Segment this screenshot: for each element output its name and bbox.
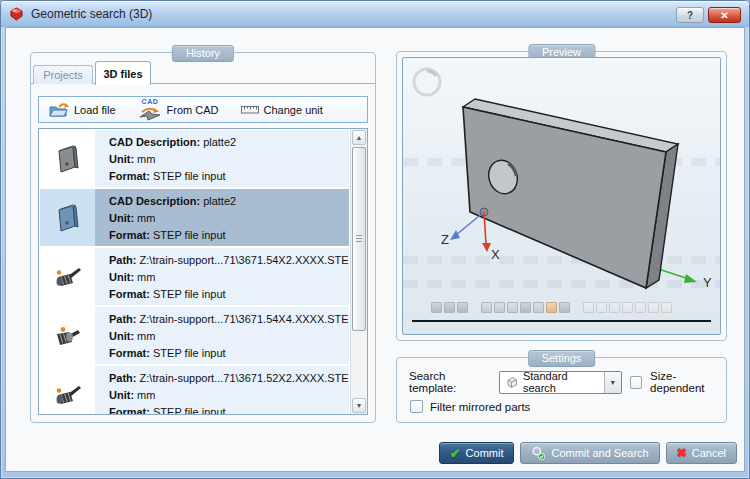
commit-button[interactable]: ✔ Commit	[439, 442, 515, 464]
from-cad-label: From CAD	[167, 104, 219, 116]
view-top-icon[interactable]	[635, 302, 646, 313]
search-template-label: Search template:	[409, 370, 491, 394]
scrollbar-down-icon[interactable]: ▼	[352, 398, 366, 413]
tab-3d-files[interactable]: 3D files	[95, 61, 151, 85]
plate-thumbnail-icon	[40, 189, 95, 246]
rotate-icon[interactable]	[507, 302, 518, 313]
search-commit-icon	[531, 446, 546, 461]
dialog-window: Geometric search (3D) ? ✕ History Projec…	[0, 0, 750, 479]
settings-group-label: Settings	[528, 350, 596, 367]
search-template-dropdown[interactable]: Standard search ▼	[499, 371, 622, 394]
axis-y-label: Y	[703, 275, 712, 290]
view-left-icon[interactable]	[609, 302, 620, 313]
render-mode-icon[interactable]	[431, 302, 442, 313]
size-dependent-label: Size-dependent	[650, 370, 726, 394]
cube-view-icon[interactable]	[559, 302, 570, 313]
help-button[interactable]: ?	[676, 7, 704, 23]
help-icon: ?	[687, 10, 693, 21]
preview-groupbox: Preview	[396, 51, 727, 341]
cancel-label: Cancel	[692, 447, 726, 459]
dropdown-arrow-icon[interactable]: ▼	[604, 372, 621, 393]
view-right-icon[interactable]	[622, 302, 633, 313]
file-list: CAD Description: platte2 Unit: mm Format…	[38, 128, 368, 415]
history-tabstrip: Projects 3D files	[31, 61, 375, 84]
view-front-icon[interactable]	[583, 302, 594, 313]
tab-3d-files-label: 3D files	[103, 68, 142, 80]
cancel-x-icon: ✖	[677, 447, 687, 459]
solid-view-icon[interactable]	[457, 302, 468, 313]
cube-icon	[505, 376, 518, 389]
preview-toolbar	[431, 302, 672, 313]
axis-z-label: Z	[441, 232, 449, 247]
tab-projects-label: Projects	[43, 69, 83, 81]
app-gem-icon	[9, 7, 24, 21]
change-unit-icon	[241, 105, 259, 114]
part-thumbnail-icon	[40, 366, 95, 414]
file-toolbar: Load file CAD From CAD	[38, 96, 368, 123]
plate-thumbnail-icon	[40, 130, 95, 187]
history-group-label: History	[172, 45, 234, 62]
filter-mirrored-checkbox[interactable]	[410, 400, 423, 413]
preview-3d-viewport[interactable]: Z X Y	[402, 57, 721, 335]
pan-icon[interactable]	[533, 302, 544, 313]
change-unit-button[interactable]: Change unit	[241, 104, 323, 116]
size-dependent-checkbox[interactable]	[630, 376, 642, 389]
scrollbar-up-icon[interactable]: ▲	[352, 130, 366, 145]
window-title: Geometric search (3D)	[31, 7, 152, 21]
change-unit-label: Change unit	[264, 104, 323, 116]
view-iso-icon[interactable]	[661, 302, 672, 313]
commit-and-search-label: Commit and Search	[551, 447, 648, 459]
load-file-icon	[49, 102, 69, 118]
zoom-fit-icon[interactable]	[494, 302, 505, 313]
preview-slider-track[interactable]	[412, 320, 711, 322]
list-item[interactable]: Path: Z:\train-support...71\3671.54X4.XX…	[40, 307, 349, 364]
part-thumbnail-icon	[40, 307, 95, 364]
view-back-icon[interactable]	[596, 302, 607, 313]
list-item[interactable]: CAD Description: platte2 Unit: mm Format…	[40, 130, 349, 187]
filter-mirrored-label: Filter mirrored parts	[430, 401, 530, 413]
commit-label: Commit	[466, 447, 504, 459]
list-item[interactable]: Path: Z:\train-support...71\3671.54X2.XX…	[40, 248, 349, 305]
scrollbar[interactable]: ▲ ▼	[350, 129, 367, 414]
list-item[interactable]: Path: Z:\train-support...71\3671.52X2.XX…	[40, 366, 349, 414]
dialog-client-area: History Projects 3D files Lo	[5, 27, 745, 472]
zoom-icon[interactable]	[481, 302, 492, 313]
load-file-button[interactable]: Load file	[49, 102, 116, 118]
close-icon: ✕	[720, 10, 728, 21]
part-thumbnail-icon	[40, 248, 95, 305]
commit-and-search-button[interactable]: Commit and Search	[520, 442, 659, 464]
close-button[interactable]: ✕	[708, 7, 741, 23]
tab-projects[interactable]: Projects	[33, 65, 93, 84]
list-item-selected[interactable]: CAD Description: platte2 Unit: mm Format…	[40, 189, 349, 246]
from-cad-button[interactable]: CAD From CAD	[138, 101, 219, 119]
settings-groupbox: Settings Search template: Standard searc…	[396, 357, 727, 423]
highlight-icon[interactable]	[546, 302, 557, 313]
search-template-value: Standard search	[523, 370, 599, 394]
axis-x-label: X	[491, 247, 500, 262]
select-icon[interactable]	[520, 302, 531, 313]
footer-button-row: ✔ Commit Commit and Search ✖ Cancel	[439, 442, 737, 464]
view-bottom-icon[interactable]	[648, 302, 659, 313]
from-cad-icon: CAD	[138, 101, 162, 119]
cancel-button[interactable]: ✖ Cancel	[666, 442, 737, 464]
checkmark-icon: ✔	[450, 447, 461, 460]
history-groupbox: History Projects 3D files Lo	[30, 52, 376, 423]
preview-3d-model: Z X Y	[403, 58, 721, 335]
shaded-view-icon[interactable]	[444, 302, 455, 313]
title-bar: Geometric search (3D) ? ✕	[1, 1, 749, 27]
scrollbar-thumb[interactable]	[352, 147, 366, 331]
load-file-label: Load file	[74, 104, 116, 116]
